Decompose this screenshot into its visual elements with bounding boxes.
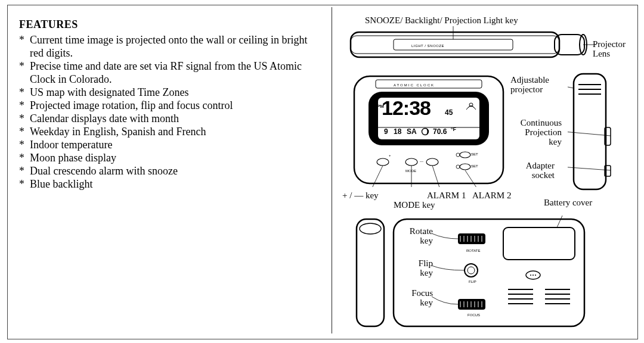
back-rotate-text: ROTATE [466,249,480,253]
btn-plus-label: + [389,154,391,158]
feature-item: Calendar displays date with month [19,112,317,125]
svg-rect-37 [458,233,485,244]
front-view-diagram [352,74,507,187]
clock-brand-text: ATOMIC CLOCK [394,83,435,88]
label-snooze-key: SNOOZE/ Backlight/ Projection Light key [365,15,518,25]
features-block: FEATURES Current time image is projected… [19,18,317,191]
lcd-weekday: SA [407,127,417,136]
label-rotate-key: Rotate key [403,226,433,245]
svg-point-14 [405,158,417,166]
svg-point-17 [460,164,470,170]
label-focus-key: Focus key [403,288,433,307]
label-plus-minus-key: + / — key [342,191,379,200]
label-mode-key: MODE key [394,200,435,210]
features-list: Current time image is projected onto the… [19,33,317,191]
svg-rect-55 [503,227,575,260]
label-adjustable-projector: Adjustable projector [510,75,558,94]
lcd-day: 18 [394,127,401,136]
lcd-month: 9 [384,127,388,136]
svg-point-58 [532,275,534,276]
svg-rect-47 [458,299,485,310]
moon-phase-icon [421,127,429,136]
feature-item: Dual crescendo alarm with snooze [19,164,317,177]
lcd-temp: 70.6 [433,127,447,136]
svg-point-16 [460,152,470,158]
feature-item: Weekday in English, Spanish and French [19,125,317,138]
feature-item: Blue backlight [19,177,317,191]
label-continuous-projection-key: Continuous Projection key [510,118,562,146]
features-heading: FEATURES [19,18,317,31]
light-snooze-button-text: LIGHT / SNOOZE [411,44,444,48]
btn-set-top-label: SET [471,152,478,157]
feature-item: Precise time and date are set via RF sig… [19,60,317,86]
back-flip-text: FLIP [469,280,476,284]
feature-item: Indoor temperature [19,138,317,151]
label-projector-lens: Projector Lens [593,39,637,58]
feature-item: Projected image rotation, flip and focus… [19,99,317,112]
svg-line-68 [557,216,569,227]
label-flip-key: Flip key [410,258,433,277]
svg-point-13 [377,158,389,166]
btn-set-bottom-label: SET [471,164,478,169]
label-alarm1: ALARM 1 [427,191,466,200]
svg-rect-25 [574,74,606,189]
back-view-diagram [354,216,628,335]
label-adapter-socket: Adapter socket [513,161,555,180]
svg-rect-3 [351,36,559,54]
svg-point-15 [426,158,438,166]
svg-rect-34 [357,219,384,326]
svg-point-46 [467,267,475,274]
feature-item: US map with designated Time Zones [19,86,317,99]
svg-point-59 [535,275,536,276]
lcd-time: 12:38 [382,98,431,118]
top-view-diagram [346,26,596,68]
diagrams-block: SNOOZE/ Backlight/ Projection Light key … [334,0,637,333]
column-divider [332,7,332,333]
svg-point-19 [456,165,460,169]
lcd-pm: PM [377,104,384,109]
back-focus-text: FOCUS [467,313,480,317]
feature-item: Moon phase display [19,151,317,164]
label-alarm2: ALARM 2 [472,191,511,200]
lcd-seconds: 45 [445,108,453,117]
btn-mode-label: MODE [405,169,416,173]
svg-line-23 [465,170,480,187]
svg-point-35 [360,223,381,234]
label-battery-cover: Battery cover [544,198,592,207]
lcd-temp-unit: °F [451,126,456,132]
svg-point-18 [456,153,460,157]
svg-point-57 [530,275,531,276]
svg-point-45 [465,264,478,277]
side-view-diagram [568,70,633,195]
svg-line-31 [568,82,574,88]
feature-item: Current time image is projected onto the… [19,33,317,60]
btn-minus-label: — [420,160,423,164]
